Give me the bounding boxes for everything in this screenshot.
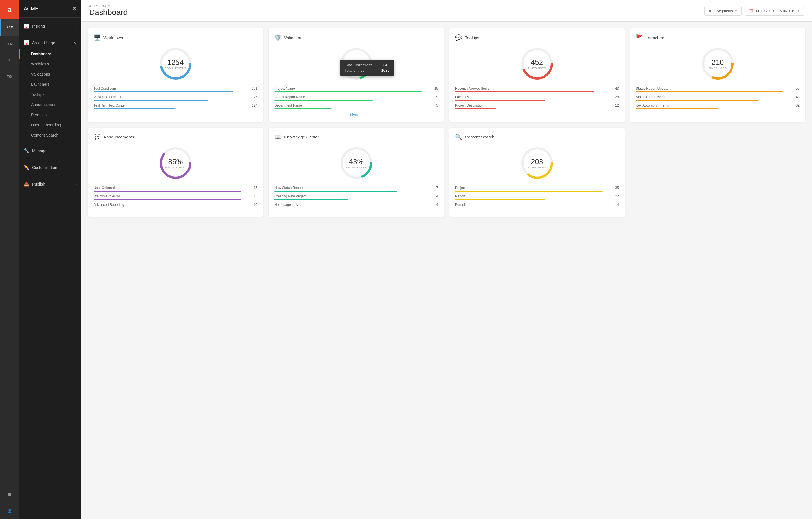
knowledge-center-donut-container: 43% ENGAGEMENT — [274, 145, 438, 181]
sidebar-item-permalinks[interactable]: Permalinks — [19, 110, 81, 120]
tooltips-donut-center: 452 TIMES USED — [528, 58, 546, 70]
validations-list: Project Name 15 Status Report Name 9 Dep… — [274, 87, 438, 109]
item-name: View project detail — [94, 95, 121, 99]
icon-bar-ppm[interactable]: PPM — [0, 35, 19, 52]
validations-tooltip-popup: Data Corrections 340 Total entries 1035 — [340, 59, 394, 76]
icon-bar-wd[interactable]: WD — [0, 68, 19, 85]
workflows-title: Workflows — [104, 35, 123, 40]
sidebar-item-insights[interactable]: 📊 Insights › — [19, 20, 81, 32]
knowledge-center-card-header: 📖 Knowledge Center — [274, 133, 438, 140]
item-value: 15 — [254, 186, 257, 190]
list-item-row: Test Rich Text Content 124 — [94, 104, 257, 107]
icon-bar-acm[interactable]: ACM — [0, 19, 19, 35]
sidebar-item-workflows[interactable]: Workflows — [19, 59, 81, 69]
sidebar-item-content-search[interactable]: Content Search — [19, 130, 81, 140]
validations-icon: 🛡️ — [274, 34, 281, 41]
manage-label: Manage — [32, 149, 47, 153]
sidebar-item-dashboard[interactable]: Dashboard — [19, 49, 81, 59]
item-value: 55 — [796, 87, 800, 90]
sidebar-section-insights: 📊 Insights › — [19, 18, 81, 34]
sidebar-item-tooltips[interactable]: Tooltips — [19, 89, 81, 100]
item-value: 14 — [615, 203, 619, 207]
item-value: 124 — [252, 104, 257, 107]
announcements-card: 💬 Announcements 85% ENGAGEMENT — [88, 128, 263, 217]
header-left: APTY USAGE Dashboard — [89, 4, 128, 17]
sidebar-item-publish[interactable]: 📤 Publish › — [19, 178, 81, 190]
tooltips-card: 💬 Tooltips 452 TIMES USED — [450, 28, 625, 122]
knowledge-center-label: ENGAGEMENT — [346, 166, 367, 169]
knowledge-center-donut-center: 43% ENGAGEMENT — [346, 157, 367, 169]
app-logo[interactable]: a — [0, 0, 19, 19]
item-name: Test Conditions — [94, 87, 117, 90]
customization-icon: ✏️ — [24, 165, 29, 170]
icon-bar-sl[interactable]: SL — [0, 52, 19, 68]
list-item: Project 35 — [455, 186, 619, 192]
workflows-icon: 🖥️ — [94, 34, 100, 41]
sidebar-item-assist-usage[interactable]: 📊 Assist Usage ∨ — [19, 37, 81, 49]
more-link[interactable]: More → — [274, 113, 438, 116]
item-name: New Status Report — [274, 186, 303, 190]
date-range-label: 11/10/2019 - 12/10/2019 — [755, 9, 795, 13]
date-range-button[interactable]: 📅 11/10/2019 - 12/10/2019 ▼ — [745, 6, 804, 16]
sidebar-item-launchers[interactable]: Launchers — [19, 79, 81, 89]
sidebar-section-publish: 📤 Publish › — [19, 176, 81, 192]
item-bar — [94, 108, 176, 109]
announcements-donut: 85% ENGAGEMENT — [157, 145, 194, 181]
list-item-row: Test Conditions 201 — [94, 87, 257, 90]
sidebar-item-manage[interactable]: 🔧 Manage › — [19, 145, 81, 157]
sidebar-item-customization[interactable]: ✏️ Customization › — [19, 161, 81, 173]
item-bar — [455, 199, 545, 200]
icon-bar-user[interactable]: 👤 — [0, 503, 19, 519]
item-name: Department Name — [274, 104, 302, 107]
gear-icon[interactable]: ⚙ — [72, 6, 77, 12]
item-bar — [636, 100, 759, 101]
content-search-card-header: 🔍 Content Search — [455, 133, 619, 140]
announcements-label: ENGAGEMENT — [165, 166, 186, 169]
launchers-card-header: 🚩 Launchers — [636, 34, 800, 41]
segments-chevron: ▼ — [735, 9, 737, 12]
list-item: Portfolio 14 — [455, 203, 619, 209]
icon-bar-grid[interactable]: ⊞ — [0, 486, 19, 503]
sidebar-item-validations[interactable]: Validations — [19, 69, 81, 79]
item-bar — [94, 208, 192, 209]
insights-icon: 📊 — [24, 23, 29, 29]
content-search-card: 🔍 Content Search 203 TIMES USED — [450, 128, 625, 217]
customization-label: Customization — [32, 165, 57, 170]
segments-label: 3 Segments — [713, 9, 733, 13]
calendar-icon: 📅 — [749, 9, 754, 13]
validations-card-header: 🛡️ Validations — [274, 34, 438, 41]
sidebar: ACME ⚙ 📊 Insights › 📊 Assist Usage ∨ Das… — [19, 0, 81, 519]
item-value: 9 — [436, 95, 438, 99]
insights-label: Insights — [32, 24, 46, 28]
item-name: Homepage Link — [274, 203, 298, 207]
list-item: Report 22 — [455, 194, 619, 200]
item-value: 28 — [615, 95, 619, 99]
list-item: Homepage Link 4 — [274, 203, 438, 209]
list-item: Test Conditions 201 — [94, 87, 257, 92]
list-item: User Onboarding 15 — [94, 186, 257, 192]
tooltips-value: 452 — [528, 58, 546, 67]
list-item-row: Key Accomplishments 32 — [636, 104, 800, 107]
tooltips-icon: 💬 — [455, 34, 462, 41]
sidebar-item-user-onboarding[interactable]: User Onboarding — [19, 120, 81, 130]
list-item-row: Department Name 5 — [274, 104, 438, 107]
customization-chevron: › — [75, 165, 77, 170]
manage-chevron: › — [75, 149, 77, 153]
sidebar-item-announcements[interactable]: Announcements — [19, 100, 81, 110]
launchers-label: TIMES USED — [708, 67, 727, 70]
item-value: 12 — [615, 104, 619, 107]
item-bar — [455, 191, 603, 192]
item-name: Report — [455, 194, 465, 198]
icon-bar-back[interactable]: ← — [0, 470, 19, 486]
page-title: Dashboard — [89, 8, 128, 17]
segments-button[interactable]: ⇔ 3 Segments ▼ — [704, 6, 742, 16]
knowledge-center-value: 43% — [346, 157, 367, 166]
item-name: Recently Viewed Items — [455, 87, 489, 90]
item-value: 4 — [436, 203, 438, 207]
item-value: 4 — [436, 194, 438, 198]
item-name: Status Report Name — [274, 95, 305, 99]
tooltip-label-2: Total entries — [345, 68, 364, 73]
item-bar — [636, 91, 783, 92]
publish-label: Publish — [32, 182, 45, 187]
workflows-donut-container: 1254 COMPLETIONS — [94, 46, 257, 82]
